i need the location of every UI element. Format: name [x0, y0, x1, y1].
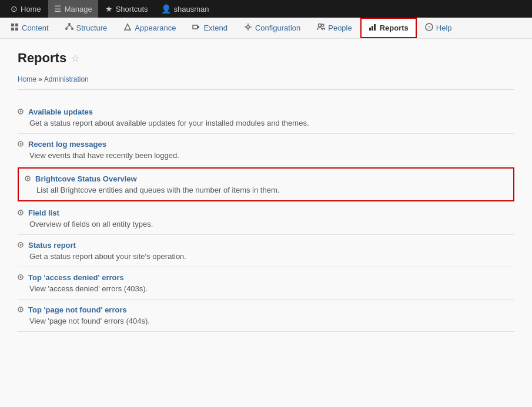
- report-item-brightcove-status-overview: Brightcove Status OverviewList all Brigh…: [18, 167, 514, 201]
- report-desc-recent-log-messages: View events that have recently been logg…: [29, 151, 514, 160]
- report-desc-status-report: Get a status report about your site's op…: [29, 252, 514, 261]
- nav-content-label: Content: [22, 23, 49, 32]
- report-desc-top-page-not-found: View 'page not found' errors (404s).: [29, 317, 514, 325]
- svg-marker-24: [27, 177, 29, 180]
- report-header-available-updates: Available updates: [18, 107, 514, 116]
- report-header-top-access-denied: Top 'access denied' errors: [18, 273, 514, 282]
- page-title: Reports: [18, 51, 66, 66]
- nav-appearance[interactable]: Appearance: [115, 18, 184, 38]
- svg-point-6: [71, 28, 73, 30]
- nav-extend[interactable]: Extend: [184, 18, 235, 38]
- admin-bar: ⊙ Home ☰ Manage ★ Shortcuts 👤 shausman: [0, 0, 532, 18]
- report-desc-available-updates: Get a status report about available upda…: [29, 119, 514, 127]
- manage-icon: ☰: [54, 4, 62, 14]
- nav-help[interactable]: ? Help: [417, 18, 460, 38]
- svg-marker-30: [20, 276, 22, 278]
- svg-rect-0: [11, 23, 14, 26]
- report-title-available-updates[interactable]: Available updates: [28, 107, 93, 116]
- admin-bar-manage-label: Manage: [65, 5, 92, 14]
- report-item-available-updates: Available updatesGet a status report abo…: [18, 102, 514, 134]
- svg-rect-14: [369, 28, 371, 31]
- admin-bar-home[interactable]: ⊙ Home: [5, 0, 47, 18]
- report-title-recent-log-messages[interactable]: Recent log messages: [28, 140, 106, 149]
- report-arrow-brightcove-status-overview: [25, 175, 31, 183]
- report-item-status-report: Status reportGet a status report about y…: [18, 235, 514, 267]
- svg-rect-9: [193, 25, 198, 29]
- appearance-icon: [123, 23, 132, 33]
- report-arrow-available-updates: [18, 108, 24, 116]
- report-header-top-page-not-found: Top 'page not found' errors: [18, 305, 514, 314]
- nav-people-label: People: [328, 23, 352, 32]
- report-title-top-page-not-found[interactable]: Top 'page not found' errors: [28, 305, 127, 314]
- svg-line-8: [69, 25, 72, 28]
- svg-rect-2: [11, 28, 14, 31]
- breadcrumb-admin[interactable]: Administration: [44, 75, 89, 83]
- svg-point-4: [68, 23, 71, 25]
- breadcrumb: Home » Administration: [18, 75, 514, 90]
- nav-extend-label: Extend: [203, 23, 227, 32]
- help-icon: ?: [425, 23, 433, 33]
- report-arrow-recent-log-messages: [18, 140, 24, 149]
- people-icon: [317, 23, 325, 33]
- reports-list: Available updatesGet a status report abo…: [18, 102, 514, 332]
- report-arrow-top-access-denied: [18, 274, 24, 282]
- report-arrow-top-page-not-found: [18, 306, 24, 314]
- bookmark-icon[interactable]: ☆: [71, 53, 79, 64]
- nav-reports[interactable]: Reports: [360, 18, 417, 38]
- nav-configuration-label: Configuration: [255, 23, 300, 32]
- home-icon: ⊙: [11, 4, 18, 14]
- report-header-recent-log-messages: Recent log messages: [18, 140, 514, 149]
- admin-bar-shortcuts[interactable]: ★ Shortcuts: [99, 0, 154, 18]
- svg-marker-28: [20, 244, 22, 246]
- svg-rect-16: [374, 24, 376, 31]
- svg-point-12: [319, 24, 322, 27]
- svg-rect-15: [372, 26, 373, 31]
- svg-marker-20: [20, 110, 22, 113]
- report-header-brightcove-status-overview: Brightcove Status Overview: [25, 174, 507, 183]
- report-title-status-report[interactable]: Status report: [28, 241, 76, 250]
- report-item-field-list: Field listOverview of fields on all enti…: [18, 203, 514, 235]
- breadcrumb-home[interactable]: Home: [18, 75, 36, 83]
- svg-marker-26: [20, 211, 22, 214]
- svg-point-11: [246, 26, 249, 29]
- admin-bar-manage[interactable]: ☰ Manage: [48, 0, 98, 18]
- svg-line-7: [66, 25, 69, 28]
- report-item-top-access-denied: Top 'access denied' errorsView 'access d…: [18, 267, 514, 300]
- admin-bar-user-label: shausman: [174, 5, 209, 14]
- nav-people[interactable]: People: [309, 18, 360, 38]
- admin-bar-shortcuts-label: Shortcuts: [116, 5, 148, 14]
- svg-rect-10: [197, 26, 199, 28]
- svg-rect-3: [15, 28, 18, 31]
- nav-appearance-label: Appearance: [135, 23, 176, 32]
- nav-reports-label: Reports: [380, 23, 409, 32]
- reports-icon: [369, 23, 377, 33]
- report-title-brightcove-status-overview[interactable]: Brightcove Status Overview: [35, 174, 137, 183]
- report-header-status-report: Status report: [18, 241, 514, 250]
- nav-configuration[interactable]: Configuration: [236, 18, 309, 38]
- svg-marker-32: [20, 308, 22, 311]
- report-desc-brightcove-status-overview: List all Brightcove entities and queues …: [36, 186, 507, 194]
- svg-marker-22: [20, 143, 22, 145]
- report-title-field-list[interactable]: Field list: [28, 208, 59, 217]
- svg-point-5: [65, 28, 68, 30]
- page-content: Reports ☆ Home » Administration Availabl…: [0, 39, 532, 407]
- report-arrow-field-list: [18, 209, 24, 217]
- svg-rect-1: [15, 23, 18, 26]
- report-arrow-status-report: [18, 241, 24, 250]
- report-desc-field-list: Overview of fields on all entity types.: [29, 220, 514, 228]
- shortcuts-icon: ★: [105, 4, 113, 14]
- report-item-recent-log-messages: Recent log messagesView events that have…: [18, 134, 514, 166]
- user-icon: 👤: [161, 4, 171, 14]
- report-desc-top-access-denied: View 'access denied' errors (403s).: [29, 284, 514, 293]
- nav-content[interactable]: Content: [2, 18, 57, 38]
- nav-structure-label: Structure: [76, 23, 108, 32]
- svg-text:?: ?: [427, 25, 430, 31]
- content-icon: [11, 23, 19, 33]
- report-item-top-page-not-found: Top 'page not found' errorsView 'page no…: [18, 300, 514, 332]
- breadcrumb-sep: »: [38, 75, 42, 83]
- report-header-field-list: Field list: [18, 208, 514, 217]
- nav-structure[interactable]: Structure: [57, 18, 116, 38]
- admin-bar-user[interactable]: 👤 shausman: [155, 0, 215, 18]
- structure-icon: [65, 23, 73, 33]
- report-title-top-access-denied[interactable]: Top 'access denied' errors: [28, 273, 124, 282]
